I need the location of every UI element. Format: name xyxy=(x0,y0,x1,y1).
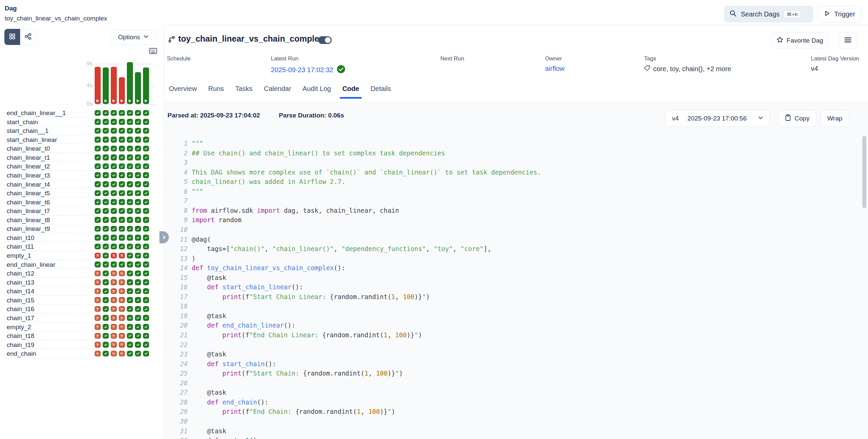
task-instance-success-icon[interactable] xyxy=(143,110,149,116)
task-instance-success-icon[interactable] xyxy=(143,324,149,330)
task-instance-success-icon[interactable] xyxy=(143,271,149,277)
task-name[interactable]: empty_1 xyxy=(7,252,31,259)
task-name[interactable]: chain_linear_t4 xyxy=(7,181,50,188)
task-instance-success-icon[interactable] xyxy=(103,244,109,250)
task-instance-upstream_failed-icon[interactable] xyxy=(111,288,117,294)
task-instance-success-icon[interactable] xyxy=(119,244,125,250)
task-instance-success-icon[interactable] xyxy=(103,110,109,116)
task-instance-success-icon[interactable] xyxy=(127,288,133,294)
task-instance-success-icon[interactable] xyxy=(143,217,149,223)
task-instance-success-icon[interactable] xyxy=(127,110,133,116)
task-instance-success-icon[interactable] xyxy=(143,146,149,152)
task-name[interactable]: chain_linear_t1 xyxy=(7,154,50,161)
task-instance-success-icon[interactable] xyxy=(127,306,133,312)
task-instance-success-icon[interactable] xyxy=(127,208,133,214)
task-instance-success-icon[interactable] xyxy=(111,234,117,241)
task-instance-success-icon[interactable] xyxy=(127,297,133,303)
task-instance-upstream_failed-icon[interactable] xyxy=(119,342,125,348)
task-instance-success-icon[interactable] xyxy=(103,181,109,187)
task-instance-success-icon[interactable] xyxy=(127,351,133,357)
task-instance-success-icon[interactable] xyxy=(95,217,101,223)
task-instance-success-icon[interactable] xyxy=(143,234,149,241)
task-instance-success-icon[interactable] xyxy=(127,146,133,152)
task-instance-success-icon[interactable] xyxy=(143,199,149,205)
latest-run-link[interactable]: 2025-09-23 17:02:32 xyxy=(271,66,333,74)
task-instance-upstream_failed-icon[interactable] xyxy=(95,342,101,348)
task-name[interactable]: chain_t15 xyxy=(7,297,34,304)
task-instance-success-icon[interactable] xyxy=(119,128,125,134)
task-instance-success-icon[interactable] xyxy=(103,306,109,312)
task-instance-success-icon[interactable] xyxy=(103,253,109,259)
dag-pause-toggle[interactable] xyxy=(318,36,332,44)
task-instance-success-icon[interactable] xyxy=(111,199,117,205)
task-instance-upstream_failed-icon[interactable] xyxy=(111,342,117,348)
task-instance-success-icon[interactable] xyxy=(135,279,141,285)
task-instance-success-icon[interactable] xyxy=(143,244,149,250)
task-instance-success-icon[interactable] xyxy=(111,119,117,125)
task-instance-upstream_failed-icon[interactable] xyxy=(119,279,125,285)
task-name[interactable]: chain_t10 xyxy=(7,234,34,242)
task-instance-success-icon[interactable] xyxy=(127,190,133,196)
task-instance-success-icon[interactable] xyxy=(127,172,133,178)
task-instance-success-icon[interactable] xyxy=(111,172,117,178)
task-instance-success-icon[interactable] xyxy=(95,154,101,160)
task-instance-upstream_failed-icon[interactable] xyxy=(111,306,117,312)
tab-overview[interactable]: Overview xyxy=(169,85,197,99)
task-instance-success-icon[interactable] xyxy=(111,208,117,214)
task-instance-success-icon[interactable] xyxy=(103,172,109,178)
dag-actions-menu-button[interactable] xyxy=(838,33,857,48)
task-instance-success-icon[interactable] xyxy=(111,181,117,187)
task-name[interactable]: chain_linear_t0 xyxy=(7,145,50,152)
task-instance-success-icon[interactable] xyxy=(127,342,133,348)
task-name[interactable]: chain_t17 xyxy=(7,314,34,322)
task-instance-success-icon[interactable] xyxy=(103,136,109,143)
scrollbar-thumb[interactable] xyxy=(862,136,866,208)
task-instance-success-icon[interactable] xyxy=(95,110,101,116)
task-instance-success-icon[interactable] xyxy=(135,234,141,241)
task-instance-success-icon[interactable] xyxy=(135,226,141,232)
grid-view-button[interactable] xyxy=(4,29,20,45)
task-instance-success-icon[interactable] xyxy=(135,253,141,259)
task-instance-success-icon[interactable] xyxy=(135,315,141,321)
task-name[interactable]: start_chain xyxy=(7,119,38,126)
task-instance-success-icon[interactable] xyxy=(143,315,149,321)
task-name[interactable]: chain_linear_t2 xyxy=(7,163,50,170)
task-instance-upstream_failed-icon[interactable] xyxy=(119,297,125,303)
task-name[interactable]: end_chain_linear__1 xyxy=(7,109,66,117)
task-name[interactable]: end_chain_linear xyxy=(7,261,55,269)
task-instance-success-icon[interactable] xyxy=(95,190,101,196)
task-instance-success-icon[interactable] xyxy=(119,226,125,232)
task-instance-success-icon[interactable] xyxy=(95,261,101,268)
task-instance-success-icon[interactable] xyxy=(119,172,125,178)
task-name[interactable]: chain_t19 xyxy=(7,341,34,349)
run-bar-failed[interactable] xyxy=(111,67,117,104)
task-instance-success-icon[interactable] xyxy=(143,154,149,160)
task-name[interactable]: chain_linear_t7 xyxy=(7,208,50,215)
task-instance-success-icon[interactable] xyxy=(111,226,117,232)
task-instance-upstream_failed-icon[interactable] xyxy=(95,306,101,312)
task-instance-success-icon[interactable] xyxy=(127,119,133,125)
task-name[interactable]: end_chain xyxy=(7,350,36,357)
task-name[interactable]: chain_linear_t8 xyxy=(7,217,50,224)
task-instance-success-icon[interactable] xyxy=(127,181,133,187)
tab-audit-log[interactable]: Audit Log xyxy=(303,85,331,99)
task-instance-success-icon[interactable] xyxy=(135,244,141,250)
task-name[interactable]: chain_t18 xyxy=(7,332,34,340)
task-instance-success-icon[interactable] xyxy=(111,154,117,160)
task-instance-success-icon[interactable] xyxy=(135,199,141,205)
search-dags-button[interactable]: Search Dags ⌘+K xyxy=(724,6,813,23)
task-instance-upstream_failed-icon[interactable] xyxy=(95,297,101,303)
task-instance-success-icon[interactable] xyxy=(135,146,141,152)
task-instance-success-icon[interactable] xyxy=(103,333,109,339)
task-instance-success-icon[interactable] xyxy=(103,226,109,232)
keyboard-shortcuts-icon[interactable] xyxy=(149,48,157,54)
task-instance-upstream_failed-icon[interactable] xyxy=(111,271,117,277)
copy-button[interactable]: Copy xyxy=(778,110,816,127)
task-instance-success-icon[interactable] xyxy=(135,110,141,116)
task-instance-upstream_failed-icon[interactable] xyxy=(119,324,125,330)
task-instance-success-icon[interactable] xyxy=(143,297,149,303)
task-instance-success-icon[interactable] xyxy=(135,261,141,268)
task-instance-success-icon[interactable] xyxy=(135,306,141,312)
task-name[interactable]: chain_linear_t5 xyxy=(7,190,50,197)
task-instance-success-icon[interactable] xyxy=(119,199,125,205)
